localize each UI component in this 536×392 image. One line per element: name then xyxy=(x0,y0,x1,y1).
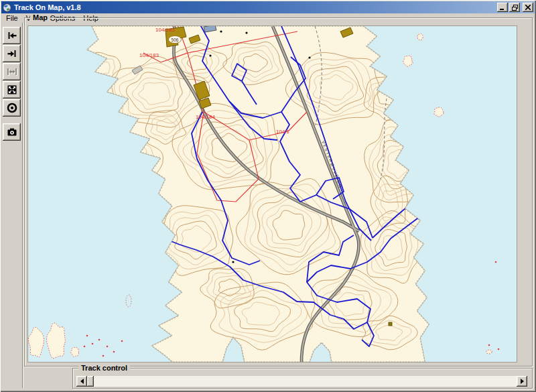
pond xyxy=(126,295,131,307)
toolbar xyxy=(1,23,23,388)
track-scroll-thumb[interactable] xyxy=(87,376,94,387)
menu-file[interactable]: File xyxy=(2,14,22,23)
minimize-button[interactable] xyxy=(497,3,508,12)
track-control-panel: Track control xyxy=(72,368,533,389)
full-span-icon xyxy=(6,66,18,78)
map-panel: Map xyxy=(24,17,533,367)
svg-text:506: 506 xyxy=(172,38,179,42)
full-span-button[interactable] xyxy=(3,63,21,80)
snapshot-button[interactable] xyxy=(3,123,21,141)
track-control-label: Track control xyxy=(78,364,130,372)
center-target-icon xyxy=(6,102,18,114)
go-to-start-button[interactable] xyxy=(3,27,21,44)
scroll-left-button[interactable] xyxy=(76,376,87,387)
building-number: 506 xyxy=(169,36,182,44)
close-button[interactable] xyxy=(523,3,533,12)
parcel-label: 104/1 xyxy=(276,129,290,135)
title-bar[interactable]: Track On Map, v1.8 xyxy=(1,1,535,13)
map-canvas[interactable]: VESTERØYVEIEN xyxy=(27,25,517,363)
go-to-start-icon xyxy=(6,29,18,42)
parcel-label: 104/184 xyxy=(196,114,215,120)
parcel-label: 104/183 xyxy=(155,27,175,33)
topographic-map: VESTERØYVEIEN xyxy=(28,26,517,362)
fit-extents-icon xyxy=(6,84,18,96)
go-to-end-button[interactable] xyxy=(3,45,21,62)
app-icon xyxy=(3,3,11,12)
map-panel-label: Map xyxy=(30,13,50,21)
go-to-end-icon xyxy=(6,48,18,60)
restore-button[interactable] xyxy=(509,3,520,12)
parcel-label: 104/183 xyxy=(139,52,159,58)
center-target-button[interactable] xyxy=(3,99,21,117)
window-title: Track On Map, v1.8 xyxy=(14,3,496,11)
track-position-scrollbar[interactable] xyxy=(76,376,527,387)
scroll-right-button[interactable] xyxy=(517,376,527,387)
fit-extents-button[interactable] xyxy=(3,81,21,99)
app-window: Track On Map, v1.8 File View Options Hel… xyxy=(0,0,536,392)
camera-icon xyxy=(6,126,18,138)
